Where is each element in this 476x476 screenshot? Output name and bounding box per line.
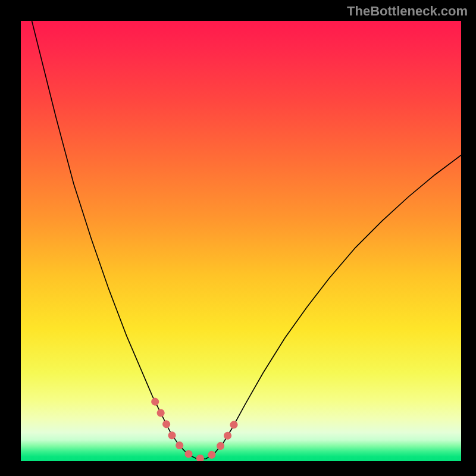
highlight-segment <box>155 402 239 458</box>
chart-root: TheBottleneck.com <box>0 0 476 476</box>
curve-overlay <box>21 21 461 461</box>
plot-area <box>21 21 461 461</box>
bottleneck-curve <box>32 21 462 459</box>
attribution-label: TheBottleneck.com <box>347 4 468 19</box>
